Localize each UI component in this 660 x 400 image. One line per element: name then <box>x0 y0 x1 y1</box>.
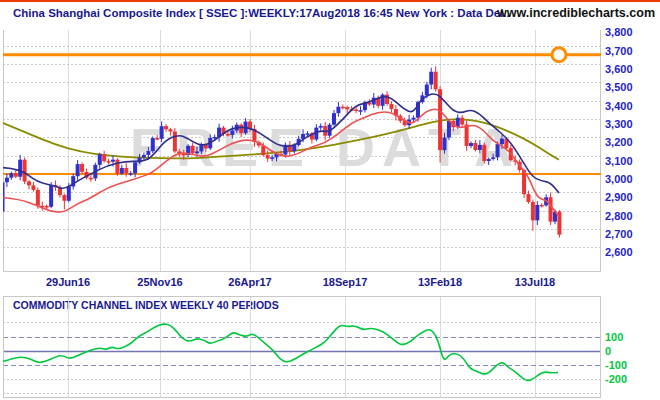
chart-window: China Shanghai Composite Index [ SSEC ]:… <box>0 0 660 400</box>
date-tick-label: 13Feb18 <box>405 276 475 288</box>
chart-title: China Shanghai Composite Index [ SSEC ]:… <box>13 7 510 19</box>
price-tick-label: 2,700 <box>605 228 655 240</box>
cci-tick-label: 100 <box>605 331 655 343</box>
price-tick-label: 3,500 <box>605 81 655 93</box>
price-tick-label: 2,800 <box>605 210 655 222</box>
price-tick-label: 3,700 <box>605 45 655 57</box>
price-tick-label: 3,200 <box>605 136 655 148</box>
date-tick-label: 25Nov16 <box>125 276 195 288</box>
price-tick-label: 3,800 <box>605 26 655 38</box>
price-tick-label: 2,900 <box>605 191 655 203</box>
date-tick-label: 29Jun16 <box>33 276 103 288</box>
date-tick-label: 18Sep17 <box>310 276 380 288</box>
price-tick-label: 3,300 <box>605 118 655 130</box>
price-tick-label: 3,100 <box>605 155 655 167</box>
cci-chart-canvas[interactable] <box>3 296 601 398</box>
price-tick-label: 2,600 <box>605 246 655 258</box>
brand-link[interactable]: www.incrediblecharts.com <box>497 6 655 20</box>
price-tick-label: 3,000 <box>605 173 655 185</box>
header-rule <box>0 0 660 2</box>
price-tick-label: 3,400 <box>605 100 655 112</box>
cci-tick-label: 0 <box>605 345 655 357</box>
date-tick-label: 26Apr17 <box>215 276 285 288</box>
price-chart-canvas[interactable] <box>3 30 601 272</box>
date-tick-label: 13Jul18 <box>500 276 570 288</box>
price-tick-label: 3,600 <box>605 63 655 75</box>
cci-tick-label: -100 <box>605 359 655 371</box>
cci-tick-label: -200 <box>605 373 655 385</box>
